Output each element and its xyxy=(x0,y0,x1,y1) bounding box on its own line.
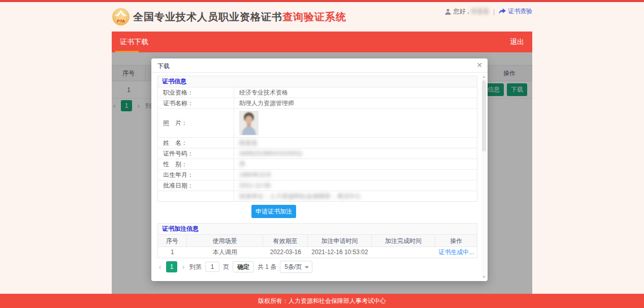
page-number-active[interactable]: 1 xyxy=(166,261,177,272)
user-box: 您好 , 张某某 | 证书查验 xyxy=(444,7,532,16)
page-label: 页 xyxy=(223,263,229,271)
page-size-select[interactable]: 5条/页 xyxy=(280,261,312,273)
separator: | xyxy=(493,8,495,15)
brand: PTA 全国专业技术人员职业资格证书查询验证系统 xyxy=(112,8,346,26)
info-row-photo: 照 片： xyxy=(158,109,477,138)
annotation-table-header: 序号 使用场景 有效期至 加注申请时间 加注完成时间 操作 xyxy=(158,235,477,247)
user-name: 张某某 xyxy=(471,7,489,16)
download-modal: 下载 ✕ 证书信息 职业资格： 经济专业技术资格 证书名称： 助理人力资源管理师… xyxy=(151,58,488,281)
pta-logo-icon: PTA xyxy=(112,8,130,26)
apply-annotation-button[interactable]: 申请证书加注 xyxy=(251,205,296,218)
info-row-id-number: 证件号码： 3408231990XXXX0011 xyxy=(158,148,477,159)
annotation-pagination: ‹ 1 › 到第 页 确定 共 1 条 5条/页 xyxy=(157,261,477,273)
cert-generating-link[interactable]: 证书生成中... xyxy=(435,247,477,258)
goto-label: 到第 xyxy=(189,263,202,271)
copyright-text: 版权所有：人力资源和社会保障部人事考试中心 xyxy=(258,297,386,304)
info-row-qualification: 职业资格： 经济专业技术资格 xyxy=(158,87,477,98)
info-row-issuer: 批准单位：人力资源和社会保障部，考试中心 xyxy=(158,191,477,201)
col-index: 序号 xyxy=(158,235,187,247)
cert-verify-link[interactable]: 证书查验 xyxy=(499,7,532,16)
col-complete-time: 加注完成时间 xyxy=(372,235,436,247)
logout-button[interactable]: 退出 xyxy=(510,32,524,52)
col-usage-scene: 使用场景 xyxy=(187,235,264,247)
info-row-gender: 性 别： 男 xyxy=(158,159,477,170)
cert-info-section: 证书信息 职业资格： 经济专业技术资格 证书名称： 助理人力资源管理师 照 片： xyxy=(157,76,477,202)
goto-page-input[interactable] xyxy=(205,262,219,272)
modal-header: 下载 ✕ xyxy=(151,58,488,73)
svg-text:PTA: PTA xyxy=(117,19,125,23)
info-row-approve-date: 批准日期： 2021-12-08 xyxy=(158,180,477,191)
main-nav: 证书下载 退出 xyxy=(0,32,644,52)
tab-cert-download[interactable]: 证书下载 xyxy=(112,32,156,52)
scroll-up-icon[interactable]: ▲ xyxy=(481,75,487,78)
close-icon[interactable]: ✕ xyxy=(476,61,482,69)
info-row-birth: 出生年月： 1990年10月 xyxy=(158,170,477,180)
annotation-section-title: 证书加注信息 xyxy=(158,224,477,235)
col-apply-time: 加注申请时间 xyxy=(308,235,372,247)
page-header: PTA 全国专业技术人员职业资格证书查询验证系统 您好 , 张某某 | 证书查验 xyxy=(0,2,644,32)
annotation-section: 证书加注信息 序号 使用场景 有效期至 加注申请时间 加注完成时间 操作 1 本… xyxy=(157,223,477,258)
chevron-down-icon xyxy=(305,266,309,268)
modal-body: 证书信息 职业资格： 经济专业技术资格 证书名称： 助理人力资源管理师 照 片： xyxy=(151,73,488,281)
certificate-photo xyxy=(239,111,259,135)
greeting-text: 您好 , xyxy=(454,7,469,16)
scroll-down-icon[interactable]: ▼ xyxy=(481,275,487,279)
site-title: 全国专业技术人员职业资格证书 xyxy=(133,10,282,24)
total-count: 共 1 条 xyxy=(257,263,276,271)
site-title-accent: 查询验证系统 xyxy=(282,10,346,24)
annotation-table-row: 1 本人调用 2022-03-16 2021-12-16 10:53:02 证书… xyxy=(158,247,477,258)
col-action: 操作 xyxy=(435,235,477,247)
info-row-name: 姓 名： 陈某某 xyxy=(158,138,477,148)
modal-scrollbar[interactable]: ▲ ▼ xyxy=(481,74,487,280)
prev-page-arrow[interactable]: ‹ xyxy=(157,263,163,271)
col-valid-until: 有效期至 xyxy=(263,235,308,247)
scrollbar-thumb[interactable] xyxy=(482,80,486,151)
info-row-cert-name: 证书名称： 助理人力资源管理师 xyxy=(158,98,477,109)
confirm-button[interactable]: 确定 xyxy=(233,261,254,272)
next-page-arrow[interactable]: › xyxy=(181,263,186,271)
share-arrow-icon xyxy=(499,8,506,15)
user-icon xyxy=(444,8,452,15)
cert-info-section-title: 证书信息 xyxy=(158,76,477,87)
modal-title: 下载 xyxy=(157,63,170,70)
page-footer: 版权所有：人力资源和社会保障部人事考试中心 xyxy=(0,294,644,308)
